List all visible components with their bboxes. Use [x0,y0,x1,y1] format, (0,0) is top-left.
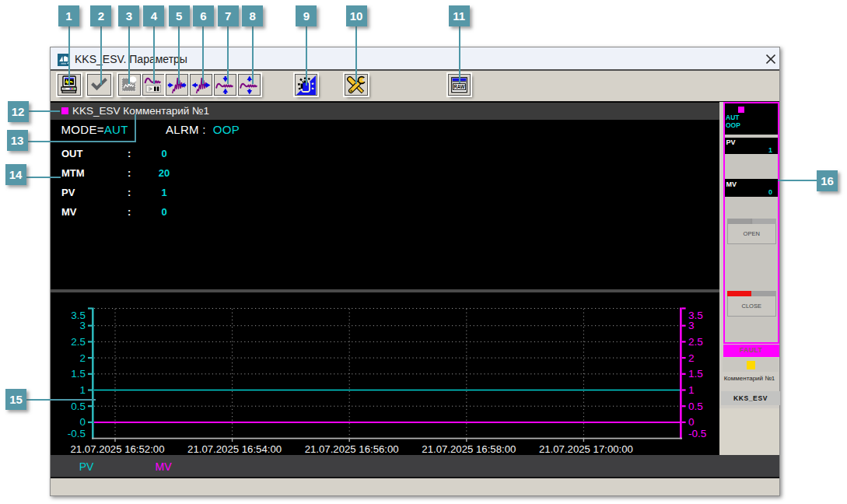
svg-text:21.07.2025 16:56:00: 21.07.2025 16:56:00 [305,443,399,455]
svg-text:1.5: 1.5 [71,368,86,380]
svg-text:0.5: 0.5 [71,401,86,412]
svg-text:3: 3 [79,320,86,331]
svg-text:21.07.2025 16:58:00: 21.07.2025 16:58:00 [422,443,516,455]
svg-text:0: 0 [79,416,86,428]
svg-text:21.07.2025 16:54:00: 21.07.2025 16:54:00 [187,443,282,455]
svg-text:1.5: 1.5 [688,368,703,380]
svg-text:-0.5: -0.5 [68,428,86,439]
svg-text:2: 2 [688,352,695,364]
svg-text:2.5: 2.5 [688,336,703,348]
svg-text:2: 2 [79,352,86,364]
svg-text:2.5: 2.5 [71,336,86,348]
svg-text:0: 0 [688,416,695,428]
svg-text:1: 1 [79,384,86,396]
svg-text:RAW: RAW [454,83,466,90]
svg-text:0.5: 0.5 [688,401,703,412]
svg-text:1: 1 [688,384,695,396]
svg-text:-0.5: -0.5 [688,428,706,439]
svg-text:21.07.2025 16:52:00: 21.07.2025 16:52:00 [71,443,165,455]
svg-text:21.07.2025 17:00:00: 21.07.2025 17:00:00 [539,443,633,455]
svg-text:3: 3 [688,320,695,331]
